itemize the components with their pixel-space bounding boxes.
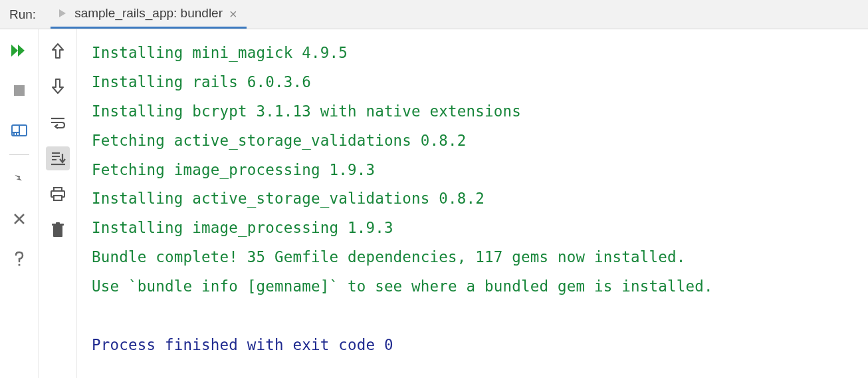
- run-tab[interactable]: sample_rails_app: bundler ×: [51, 0, 247, 29]
- up-arrow-icon[interactable]: [46, 39, 70, 63]
- console-line: Installing mini_magick 4.9.5: [92, 39, 861, 68]
- pin-button[interactable]: [7, 167, 31, 191]
- trash-icon[interactable]: [46, 218, 70, 242]
- console-line: Installing rails 6.0.3.6: [92, 68, 861, 97]
- console-line: Fetching active_storage_validations 0.8.…: [92, 126, 861, 156]
- console-line: [92, 301, 861, 331]
- close-panel-button[interactable]: [7, 207, 31, 231]
- print-icon[interactable]: [46, 182, 70, 206]
- console-line: Fetching image_processing 1.9.3: [92, 156, 861, 185]
- rerun-button[interactable]: [7, 39, 31, 63]
- svg-point-2: [18, 264, 20, 266]
- svg-rect-0: [14, 85, 25, 96]
- layout-button[interactable]: [7, 118, 31, 142]
- gutter-divider: [9, 154, 29, 155]
- console-line: Process finished with exit code 0: [92, 331, 861, 360]
- run-left-gutter: [0, 29, 39, 378]
- down-arrow-icon[interactable]: [46, 75, 70, 98]
- console-line: Installing image_processing 1.9.3: [92, 214, 861, 243]
- console-line: Bundle complete! 35 Gemfile dependencies…: [92, 243, 861, 272]
- run-tab-title: sample_rails_app: bundler: [74, 6, 223, 21]
- console-line: Installing bcrypt 3.1.13 with native ext…: [92, 97, 861, 126]
- console-line: Use `bundle info [gemname]` to see where…: [92, 272, 861, 301]
- run-body: Installing mini_magick 4.9.5Installing r…: [0, 29, 868, 378]
- run-titlebar: Run: sample_rails_app: bundler ×: [0, 0, 868, 29]
- svg-rect-8: [56, 222, 60, 224]
- soft-wrap-icon[interactable]: [46, 110, 70, 134]
- svg-rect-6: [53, 226, 62, 237]
- console-output[interactable]: Installing mini_magick 4.9.5Installing r…: [77, 29, 868, 378]
- run-right-gutter: [39, 29, 77, 378]
- console-line: Installing active_storage_validations 0.…: [92, 184, 861, 214]
- close-tab-icon[interactable]: ×: [229, 7, 237, 21]
- run-label: Run:: [0, 7, 45, 22]
- help-button[interactable]: [7, 247, 31, 271]
- scroll-to-end-icon[interactable]: [46, 146, 70, 170]
- stop-button[interactable]: [7, 79, 31, 102]
- svg-rect-5: [54, 196, 62, 200]
- run-play-icon: [57, 8, 68, 19]
